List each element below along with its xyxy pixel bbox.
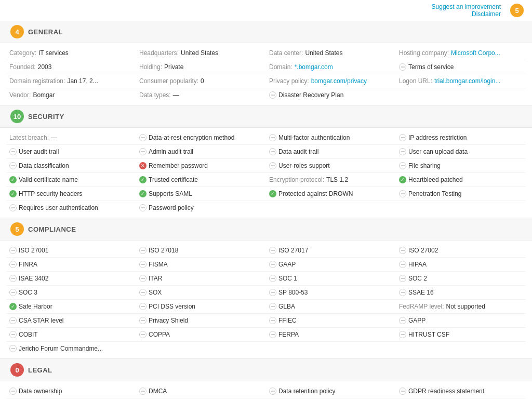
cell-value: User-roles support	[278, 162, 330, 169]
check-icon: ✓	[399, 176, 406, 183]
cell-value: Trusted certificate	[149, 176, 198, 183]
cell-value: File sharing	[408, 162, 441, 169]
cell-value: Data retention policy	[278, 388, 335, 395]
table-row: Latest breach:—Data-at-rest encryption m…	[6, 131, 526, 145]
cell-5-0: CSA STAR level	[6, 315, 136, 326]
cell-3-1: SOX	[136, 287, 266, 298]
sections-container: 4GENERALCategory:IT servicesHeadquarters…	[0, 21, 532, 400]
minus-icon	[9, 289, 17, 296]
minus-icon	[139, 275, 147, 282]
section-badge-security: 10	[10, 110, 24, 123]
cell-0-0: Data ownership	[6, 386, 136, 396]
cell-3-2: Encryption protocol:TLS 1.2	[266, 175, 396, 185]
table-row: Jericho Forum Commandme...	[6, 342, 526, 355]
check-icon: ✓	[9, 303, 17, 310]
cell-value: Admin audit trail	[149, 148, 193, 155]
cell-label: Holding:	[139, 63, 162, 71]
cell-value: SSAE 16	[408, 289, 434, 296]
cell-value: Remember password	[149, 162, 208, 169]
minus-icon	[9, 247, 17, 254]
cell-5-3	[396, 203, 526, 213]
cell-label: Domain:	[269, 63, 292, 71]
cell-value: Jericho Forum Commandme...	[19, 345, 103, 352]
cell-1-3: HIPAA	[396, 259, 526, 270]
cell-5-2: FFIEC	[266, 315, 396, 326]
cell-value: SOX	[149, 289, 162, 296]
cell-1-3: User can upload data	[396, 146, 526, 157]
cell-value: ISO 27001	[19, 247, 48, 254]
table-row: ✓Safe HarborPCI DSS versionGLBAFedRAMP l…	[6, 300, 526, 314]
cell-value: CSA STAR level	[19, 317, 63, 324]
cell-0-0: Latest breach:—	[6, 132, 136, 143]
minus-icon	[139, 148, 147, 155]
cell-3-3: ✓Heartbleed patched	[396, 175, 526, 185]
cell-label: Headquarters:	[139, 49, 179, 57]
cell-value: HITRUST CSF	[408, 331, 449, 338]
cell-value: SOC 1	[278, 275, 297, 282]
cell-2-2: User-roles support	[266, 161, 396, 171]
cell-0-2: Multi-factor authentication	[266, 132, 396, 143]
table-row: CSA STAR levelPrivacy ShieldFFIECGAPP	[6, 314, 526, 328]
cell-value: Safe Harbor	[19, 303, 52, 310]
top-links: Suggest an improvement Disclaimer	[432, 3, 501, 18]
check-icon: ✓	[139, 190, 147, 197]
cell-value: User audit trail	[19, 148, 59, 155]
cell-value: FERPA	[278, 331, 299, 338]
cell-1-2: GAAP	[266, 259, 396, 270]
table-row: Vendor:BomgarData types:—Disaster Recove…	[6, 88, 526, 102]
cell-7-1	[136, 343, 266, 354]
minus-icon	[269, 388, 276, 395]
cell-2-2: Privacy policy:bomgar.com/privacy	[266, 76, 396, 86]
cell-0-0: Category:IT services	[6, 48, 136, 58]
minus-icon	[269, 331, 276, 338]
table-row: User audit trailAdmin audit trailData au…	[6, 145, 526, 159]
cell-value: Password policy	[149, 204, 194, 211]
cell-value: Terms of service	[408, 63, 454, 71]
cell-value: SOC 3	[19, 289, 37, 296]
cell-label: Encryption protocol:	[269, 176, 324, 183]
minus-icon	[139, 317, 147, 324]
cell-0-1: ISO 27018	[136, 245, 266, 256]
cell-3-2: SP 800-53	[266, 287, 396, 298]
cell-value: GAPP	[408, 317, 425, 324]
minus-icon	[139, 331, 147, 338]
cell-3-0: ✓Valid certificate name	[6, 175, 136, 185]
cell-5-1: Privacy Shield	[136, 315, 266, 326]
table-row: SOC 3SOXSP 800-53SSAE 16	[6, 286, 526, 300]
cell-4-3: FedRAMP level:Not supported	[396, 301, 526, 312]
suggest-link[interactable]: Suggest an improvement	[432, 3, 501, 10]
cell-value: User can upload data	[408, 148, 468, 155]
check-icon: ✓	[139, 176, 147, 183]
minus-icon	[9, 275, 17, 282]
minus-icon	[399, 331, 406, 338]
minus-icon	[139, 134, 147, 141]
section-legal: 0LEGALData ownershipDMCAData retention p…	[0, 359, 532, 400]
table-row: Founded:2003Holding:PrivateDomain:*.bomg…	[6, 60, 526, 74]
cell-value: HIPAA	[408, 261, 427, 268]
cell-4-1: ✓Supports SAML	[136, 189, 266, 199]
cell-3-1: ✓Trusted certificate	[136, 175, 266, 185]
minus-icon	[399, 317, 406, 324]
minus-icon	[399, 247, 406, 254]
cell-5-2	[266, 203, 396, 213]
cell-3-2: Disaster Recovery Plan	[266, 90, 396, 100]
disclaimer-link[interactable]: Disclaimer	[432, 10, 501, 18]
minus-icon	[139, 289, 147, 296]
minus-icon	[269, 261, 276, 268]
cell-value: Penetration Testing	[408, 190, 462, 197]
cell-value: Bomgar	[33, 91, 55, 99]
cell-0-3: GDPR readiness statement	[396, 386, 526, 396]
minus-icon	[139, 247, 147, 254]
cell-value: ISAE 3402	[19, 275, 48, 282]
minus-icon	[269, 162, 276, 169]
minus-icon	[9, 331, 17, 338]
section-header-compliance: 5COMPLIANCE	[0, 218, 532, 241]
minus-icon	[399, 162, 406, 169]
minus-icon	[399, 289, 406, 296]
cell-value: PCI DSS version	[149, 303, 195, 310]
cell-value: Data audit trail	[278, 148, 318, 155]
cell-0-1: DMCA	[136, 386, 266, 396]
cell-2-1: ✕Remember password	[136, 161, 266, 171]
cell-4-2: GLBA	[266, 301, 396, 312]
minus-icon	[269, 317, 276, 324]
